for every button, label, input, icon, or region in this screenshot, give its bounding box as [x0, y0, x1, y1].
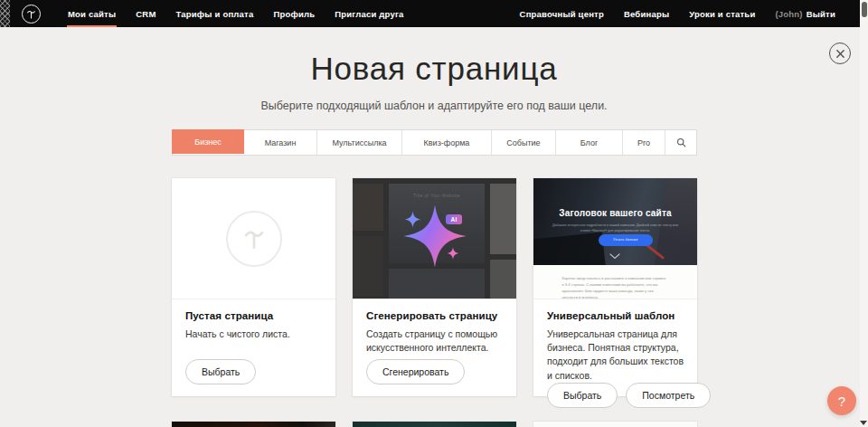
page-scrollbar[interactable]: [860, 0, 868, 427]
template-paragraph: Коротко представьтесь и расскажите о ком…: [562, 275, 669, 299]
hero-photo-shape: [533, 232, 606, 265]
ai-badge: AI: [446, 214, 462, 224]
template-card-blank-page[interactable]: Пустая страница Начать с чистого листа. …: [172, 178, 335, 396]
template-hero-section: Заголовок вашего сайта Добавьте интересн…: [533, 178, 697, 265]
template-hero-heading: Заголовок вашего сайта: [533, 208, 697, 218]
page-subtitle: Выберите подходящий шаблон и адаптируйте…: [0, 100, 868, 112]
close-icon: [835, 49, 845, 59]
chevron-down-icon: [609, 253, 620, 260]
template-text-section: Коротко представьтесь и расскажите о ком…: [533, 265, 697, 299]
scrollbar-thumb[interactable]: [862, 2, 867, 17]
next-row-card-preview[interactable]: [533, 422, 697, 427]
choose-blank-button[interactable]: Выбрать: [185, 359, 256, 384]
nav-item-profile[interactable]: Профиль: [263, 0, 325, 27]
tab-pro[interactable]: Pro: [623, 130, 665, 155]
ai-sparkle-small-icon: [404, 211, 421, 228]
preview-universal-button[interactable]: Посмотреть: [626, 383, 711, 408]
tab-quiz-form[interactable]: Квиз-форма: [402, 130, 492, 155]
tab-store[interactable]: Магазин: [244, 130, 317, 155]
universal-card-body: Универсальный шаблон Универсальная стран…: [533, 299, 697, 420]
tilda-watermark-icon: [226, 211, 282, 267]
universal-template-preview: Заголовок вашего сайта Добавьте интересн…: [533, 178, 697, 299]
generate-button[interactable]: Сгенерировать: [366, 359, 465, 384]
nav-item-logout[interactable]: (John) Выйти: [765, 0, 845, 27]
nav-item-invite-friend[interactable]: Пригласи друга: [325, 0, 413, 27]
card-title: Универсальный шаблон: [547, 310, 684, 321]
navbar-right-menu: Справочный центр Вебинары Уроки и статьи…: [510, 0, 845, 27]
template-hero-button: Узнать больше: [599, 234, 653, 246]
blank-page-preview: [172, 178, 335, 299]
nav-item-webinars[interactable]: Вебинары: [614, 0, 679, 27]
card-title: Сгенерировать страницу: [366, 310, 503, 321]
tab-blog[interactable]: Блог: [556, 130, 623, 155]
search-icon: [676, 138, 686, 147]
next-row-card-preview[interactable]: [353, 422, 516, 427]
navbar-left-menu: Мои сайты CRM Тарифы и оплата Профиль Пр…: [58, 0, 414, 27]
tilda-logo-icon: [26, 9, 36, 19]
blank-page-card-body: Пустая страница Начать с чистого листа. …: [172, 299, 335, 396]
template-category-tabs: Бизнес Магазин Мультиссылка Квиз-форма С…: [172, 129, 697, 156]
nav-item-lessons-articles[interactable]: Уроки и статьи: [679, 0, 765, 27]
user-name: (John): [775, 9, 802, 19]
ai-sparkle-small-icon: [447, 247, 459, 260]
tab-event[interactable]: Событие: [492, 130, 556, 155]
tab-business[interactable]: Бизнес: [172, 129, 244, 154]
page-title: Новая страница: [0, 51, 868, 87]
close-button[interactable]: [829, 43, 851, 64]
tilda-logo[interactable]: [22, 5, 41, 24]
ai-generate-preview: Title of Your Website AI: [353, 178, 516, 299]
tab-multilink[interactable]: Мультиссылка: [317, 130, 402, 155]
nav-item-my-sites[interactable]: Мои сайты: [58, 0, 126, 27]
help-button[interactable]: ?: [827, 386, 856, 415]
scroll-corner-arrow: [860, 421, 867, 425]
hero-photo-shape: [655, 178, 697, 265]
card-title: Пустая страница: [185, 310, 322, 321]
tab-search[interactable]: [665, 130, 696, 155]
template-card-universal[interactable]: Заголовок вашего сайта Добавьте интересн…: [533, 178, 697, 396]
nav-item-crm[interactable]: CRM: [126, 0, 165, 27]
logout-label: Выйти: [807, 9, 835, 19]
card-description: Начать с чистого листа.: [185, 327, 322, 341]
template-card-ai-generate[interactable]: Title of Your Website AI Сгенерировать с…: [353, 178, 516, 396]
nav-item-help-center[interactable]: Справочный центр: [510, 0, 614, 27]
ai-card-body: Сгенерировать страницу Создать страницу …: [353, 299, 516, 396]
choose-universal-button[interactable]: Выбрать: [547, 383, 618, 408]
card-description: Создать страницу с помощью искусственног…: [366, 327, 503, 355]
nav-item-plans-payment[interactable]: Тарифы и оплата: [166, 0, 264, 27]
top-navbar: Мои сайты CRM Тарифы и оплата Профиль Пр…: [0, 0, 860, 27]
card-description: Универсальная страница для бизнеса. Поня…: [547, 327, 684, 383]
next-row-card-preview[interactable]: [172, 422, 335, 427]
template-hero-subtext: Добавьте интересные подробности о вашей …: [550, 223, 681, 233]
navbar-texture-strip: [0, 0, 10, 27]
